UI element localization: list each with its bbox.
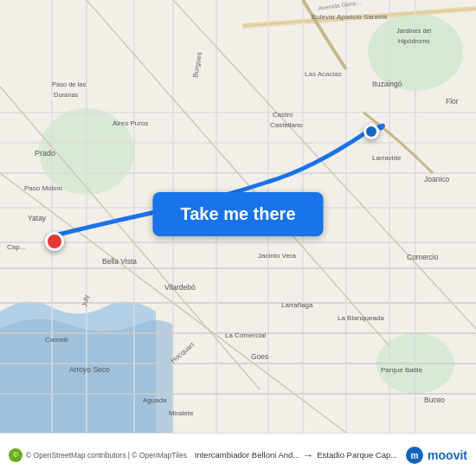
- svg-text:Parque Batlle: Parque Batlle: [381, 366, 423, 374]
- take-me-there-button[interactable]: Take me there: [152, 192, 323, 236]
- svg-text:Prado: Prado: [35, 149, 55, 158]
- route-info: Intercambiador Belloni And... → Estadio …: [187, 449, 405, 461]
- attribution-text: © OpenStreetMap contributors | © OpenMap…: [26, 451, 187, 460]
- svg-text:Castellano: Castellano: [270, 121, 303, 129]
- moovit-text: moovit: [428, 448, 467, 462]
- svg-text:Las Acacias: Las Acacias: [305, 70, 342, 78]
- svg-text:Jacinto Vera: Jacinto Vera: [258, 252, 297, 260]
- moovit-logo: m moovit: [405, 446, 467, 465]
- svg-text:Flor: Flor: [446, 97, 459, 106]
- svg-text:Duranas: Duranas: [54, 91, 79, 99]
- svg-text:Joanico: Joanico: [424, 175, 450, 183]
- svg-text:Jardines del: Jardines del: [396, 27, 432, 35]
- moovit-icon: m: [405, 446, 424, 465]
- route-dest-label: Estadio Parque Cap...: [317, 450, 397, 460]
- svg-text:La Blanqueada: La Blanqueada: [338, 314, 384, 322]
- bottom-bar: © © OpenStreetMap contributors | © OpenM…: [0, 433, 476, 476]
- svg-text:La Comercial: La Comercial: [225, 331, 266, 339]
- svg-text:Paso Molino: Paso Molino: [24, 184, 63, 192]
- svg-text:Ituzaingó: Ituzaingó: [372, 80, 402, 88]
- origin-marker: [45, 232, 64, 251]
- svg-text:Bulevar Aparicio Saravia: Bulevar Aparicio Saravia: [312, 13, 388, 21]
- osm-logo: ©: [9, 448, 23, 462]
- svg-text:Comercio: Comercio: [407, 253, 439, 261]
- svg-text:Larrañaga: Larrañaga: [281, 301, 313, 309]
- svg-text:m: m: [411, 451, 419, 460]
- svg-text:Miralete: Miralete: [169, 409, 194, 417]
- svg-text:Arroyo Seco: Arroyo Seco: [69, 365, 110, 374]
- svg-text:Larravide: Larravide: [372, 154, 402, 162]
- route-origin-label: Intercambiador Belloni And...: [195, 450, 299, 460]
- svg-text:Hipódromo: Hipódromo: [398, 37, 430, 45]
- destination-marker: [363, 124, 379, 139]
- origin-pin: [45, 232, 64, 251]
- svg-text:Buceo: Buceo: [424, 396, 445, 404]
- svg-text:Castro: Castro: [273, 111, 293, 119]
- map-container[interactable]: Bulevar Aparicio Saravia Jardines del Hi…: [0, 0, 476, 433]
- svg-text:Camelli: Camelli: [45, 336, 68, 344]
- svg-text:Vilardebó: Vilardebó: [164, 283, 196, 292]
- attribution-area: © © OpenStreetMap contributors | © OpenM…: [9, 448, 187, 462]
- svg-text:Aires Puros: Aires Puros: [113, 119, 148, 127]
- destination-pin: [363, 124, 379, 139]
- svg-text:Paso de las: Paso de las: [52, 80, 86, 88]
- svg-text:Aguada: Aguada: [143, 396, 167, 404]
- svg-text:Goes: Goes: [251, 352, 268, 361]
- svg-text:Cap...: Cap...: [7, 243, 25, 251]
- svg-text:Yatay: Yatay: [28, 214, 47, 222]
- route-arrow-icon: →: [303, 449, 313, 461]
- svg-text:Bella Vista: Bella Vista: [102, 257, 137, 266]
